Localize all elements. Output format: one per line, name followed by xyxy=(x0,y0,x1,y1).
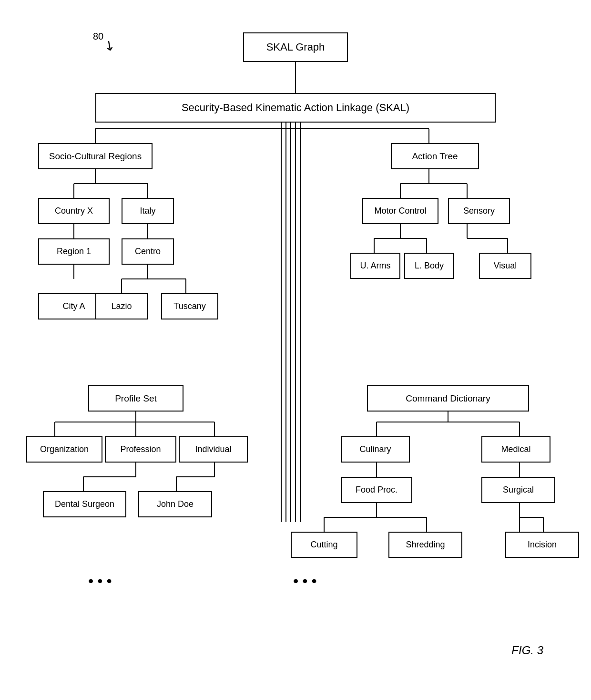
region1-node: Region 1 xyxy=(38,238,110,265)
motor-control-node: Motor Control xyxy=(362,198,438,224)
medical-node: Medical xyxy=(481,436,550,463)
lazio-node: Lazio xyxy=(95,293,148,319)
profession-node: Profession xyxy=(105,436,176,463)
socio-cultural-node: Socio-Cultural Regions xyxy=(38,143,153,169)
john-doe-node: John Doe xyxy=(138,491,212,517)
centro-node: Centro xyxy=(122,238,174,265)
figure-label: FIG. 3 xyxy=(511,644,543,657)
italy-node: Italy xyxy=(122,198,174,224)
organization-node: Organization xyxy=(26,436,102,463)
incision-node: Incision xyxy=(505,532,579,558)
food-proc-node: Food Proc. xyxy=(341,477,412,503)
tuscany-node: Tuscany xyxy=(161,293,218,319)
u-arms-node: U. Arms xyxy=(350,253,400,279)
l-body-node: L. Body xyxy=(404,253,454,279)
action-tree-node: Action Tree xyxy=(391,143,479,169)
command-dictionary-node: Command Dictionary xyxy=(367,385,529,412)
country-x-node: Country X xyxy=(38,198,110,224)
skal-graph-node: SKAL Graph xyxy=(243,32,348,62)
sensory-node: Sensory xyxy=(448,198,510,224)
profile-set-node: Profile Set xyxy=(88,385,183,412)
dental-surgeon-node: Dental Surgeon xyxy=(43,491,126,517)
visual-node: Visual xyxy=(479,253,531,279)
dots-right: ••• xyxy=(293,572,321,590)
surgical-node: Surgical xyxy=(481,477,555,503)
dots-left: ••• xyxy=(88,572,116,590)
cutting-node: Cutting xyxy=(291,532,357,558)
culinary-node: Culinary xyxy=(341,436,410,463)
ref-number: 80 xyxy=(93,31,103,42)
shredding-node: Shredding xyxy=(388,532,462,558)
individual-node: Individual xyxy=(179,436,248,463)
skal-node: Security-Based Kinematic Action Linkage … xyxy=(95,93,496,123)
